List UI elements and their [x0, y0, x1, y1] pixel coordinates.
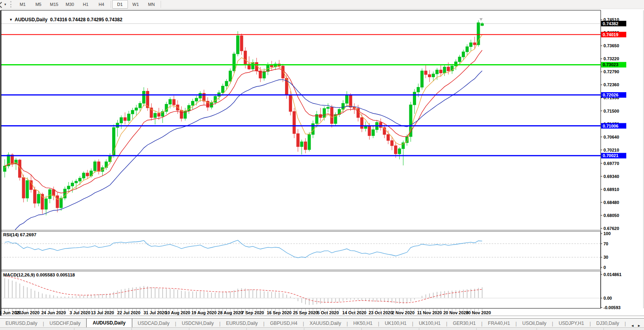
svg-text:0.00: 0.00 — [603, 296, 612, 300]
chart-tab-usdchf-daily[interactable]: USDCHF,Daily — [44, 319, 86, 328]
svg-text:2 Nov 2020: 2 Nov 2020 — [392, 310, 415, 315]
collapse-triangle-icon[interactable]: ▼ — [9, 18, 13, 22]
status-bar-divider — [74, 328, 74, 330]
chart-tab-fra40-h1[interactable]: FRA40,H1 — [483, 319, 516, 328]
chart-canvas[interactable]: 0.745100.740800.736500.732200.727900.723… — [0, 0, 644, 317]
status-bar-divider — [419, 328, 419, 330]
macd-axis: 0.0148610.00-0.00593MACD(12,26,9) 0.0055… — [3, 271, 622, 310]
svg-text:0.69340: 0.69340 — [603, 174, 619, 179]
svg-text:13 Jul 2020: 13 Jul 2020 — [91, 310, 114, 315]
status-bar-divider — [537, 328, 537, 330]
svg-text:30 Nov 2020: 30 Nov 2020 — [466, 310, 491, 315]
status-bar-divider — [476, 328, 477, 330]
status-bar-divider — [361, 328, 362, 330]
svg-text:0.71930: 0.71930 — [603, 95, 619, 100]
svg-text:0.70210: 0.70210 — [603, 148, 619, 152]
status-bar-divider — [189, 328, 189, 330]
svg-text:0.70021: 0.70021 — [603, 153, 618, 158]
status-bar-divider — [131, 328, 132, 330]
chart-tab-usoil-daily[interactable]: USOil,Daily — [517, 319, 552, 328]
date-axis: 5 Jun 202015 Jun 202024 Jun 20203 Jul 20… — [0, 309, 491, 315]
svg-text:15 Jun 2020: 15 Jun 2020 — [15, 310, 39, 315]
svg-text:0.74510: 0.74510 — [603, 17, 619, 22]
svg-text:0.73650: 0.73650 — [603, 43, 619, 48]
tool-button[interactable]: ▾ — [0, 0, 8, 9]
svg-text:0.70640: 0.70640 — [603, 135, 619, 139]
chart-tab-gbpusd-h4[interactable]: GBPUSD,H4 — [265, 319, 303, 328]
svg-text:0.68480: 0.68480 — [603, 200, 619, 205]
chart-tab-uk100-h1[interactable]: UK100,H1 — [413, 319, 446, 328]
status-bar — [0, 327, 644, 330]
toolbar-separator — [111, 1, 111, 8]
svg-text:0.74019: 0.74019 — [603, 32, 618, 37]
svg-text:5 Jun 2020: 5 Jun 2020 — [0, 310, 21, 315]
chart-title: ▼AUDUSD,Daily 0.74316 0.74428 0.74295 0.… — [4, 11, 122, 28]
svg-text:0.71006: 0.71006 — [603, 124, 618, 128]
svg-text:3 Jul 2020: 3 Jul 2020 — [70, 310, 91, 315]
svg-text:22 Jul 2020: 22 Jul 2020 — [117, 310, 141, 315]
chart-tab-hk50-h1[interactable]: HK50,H1 — [348, 319, 378, 328]
cursor-tool-icon[interactable] — [0, 2, 4, 7]
toolbar-grip-handle[interactable] — [10, 1, 13, 7]
rsi-axis: 10070300RSI(14) 67.2697 — [3, 231, 611, 270]
svg-text:70: 70 — [603, 241, 608, 246]
svg-text:16 Sep 2020: 16 Sep 2020 — [267, 310, 292, 315]
toolbar-separator — [161, 1, 161, 8]
chart-tab-usdcad-daily[interactable]: USDCAD,Daily — [132, 319, 175, 328]
macd-pane — [1, 276, 601, 305]
svg-text:11 Nov 2020: 11 Nov 2020 — [417, 310, 442, 315]
chart-shift-marker — [479, 18, 483, 21]
pane-frames — [1, 10, 644, 316]
svg-text:0.67620: 0.67620 — [603, 226, 619, 231]
chart-tab-eurusd-daily[interactable]: EURUSD,Daily — [220, 319, 263, 328]
chart-tab-dj30-daily[interactable]: DJ30,Daily — [591, 319, 625, 328]
chart-tab-uk100-h1[interactable]: UK100,H1 — [379, 319, 412, 328]
svg-text:0.71500: 0.71500 — [603, 109, 619, 113]
price-axis: 0.745100.740800.736500.732200.727900.723… — [601, 10, 626, 308]
svg-text:0.73023: 0.73023 — [603, 62, 618, 67]
svg-text:0.72360: 0.72360 — [603, 82, 619, 87]
chart-tab-xauusd-daily[interactable]: XAUUSD,Daily — [304, 319, 346, 328]
timeframe-button-m1[interactable]: M1 — [15, 0, 31, 9]
svg-text:0.71070: 0.71070 — [603, 122, 619, 126]
svg-text:0: 0 — [603, 265, 606, 270]
timeframe-button-m30[interactable]: M30 — [62, 0, 78, 9]
svg-text:24 Jun 2020: 24 Jun 2020 — [41, 310, 66, 315]
svg-text:0.69770: 0.69770 — [603, 161, 619, 166]
svg-text:23 Oct 2020: 23 Oct 2020 — [368, 310, 392, 315]
timeframe-button-h4[interactable]: H4 — [94, 0, 109, 9]
svg-text:28 Aug 2020: 28 Aug 2020 — [218, 310, 243, 315]
chart-tabs: EURUSD,Daily|USDCHF,DailyAUDUSD,DailyUSD… — [0, 319, 627, 328]
chart-ohlc-values: 0.74316 0.74428 0.74295 0.74382 — [50, 17, 122, 22]
mt4-terminal-window: ▾ M1M5M15M30H1H4D1W1MN ▼AUDUSD,Daily 0.7… — [0, 0, 644, 330]
chart-tab-audusd-daily[interactable]: AUDUSD,Daily — [86, 319, 132, 328]
status-bar-divider — [304, 328, 304, 330]
timeframe-button-mn[interactable]: MN — [144, 0, 159, 9]
chart-symbol-label: AUDUSD,Daily — [15, 17, 47, 22]
timeframe-button-h1[interactable]: H1 — [78, 0, 94, 9]
svg-text:100: 100 — [603, 231, 611, 236]
chart-tab-usdjpy-h1[interactable]: USDJPY,H1 — [553, 319, 589, 328]
chart-tab-bar: EURUSD,Daily|USDCHF,DailyAUDUSD,DailyUSD… — [0, 318, 644, 328]
level-lines — [1, 35, 601, 156]
svg-text:19 Aug 2020: 19 Aug 2020 — [191, 310, 217, 315]
svg-text:-0.00593: -0.00593 — [603, 305, 620, 310]
svg-text:0.74382: 0.74382 — [603, 21, 618, 26]
svg-text:0.014861: 0.014861 — [603, 272, 622, 277]
chart-tab-usdcnh-daily[interactable]: USDCNH,Daily — [176, 319, 219, 328]
svg-text:0.72790: 0.72790 — [603, 69, 619, 74]
svg-text:25 Sep 2020: 25 Sep 2020 — [293, 310, 318, 315]
rsi-pane — [1, 240, 601, 258]
timeframe-button-m15[interactable]: M15 — [46, 0, 62, 9]
candles-layer — [4, 20, 484, 215]
chart-tab-eurusd-daily[interactable]: EURUSD,Daily — [0, 319, 43, 328]
timeframe-button-d1[interactable]: D1 — [112, 0, 128, 9]
timeframes-toolbar: ▾ M1M5M15M30H1H4D1W1MN — [0, 0, 644, 9]
tool-dropdown-icon[interactable]: ▾ — [4, 2, 6, 6]
chart-tab-ger30-h1[interactable]: GER30,H1 — [447, 319, 481, 328]
timeframe-button-w1[interactable]: W1 — [128, 0, 144, 9]
svg-text:0.68910: 0.68910 — [603, 187, 619, 192]
svg-text:14 Oct 2020: 14 Oct 2020 — [342, 310, 366, 315]
svg-text:5 Oct 2020: 5 Oct 2020 — [317, 310, 339, 315]
timeframe-button-m5[interactable]: M5 — [31, 0, 46, 9]
